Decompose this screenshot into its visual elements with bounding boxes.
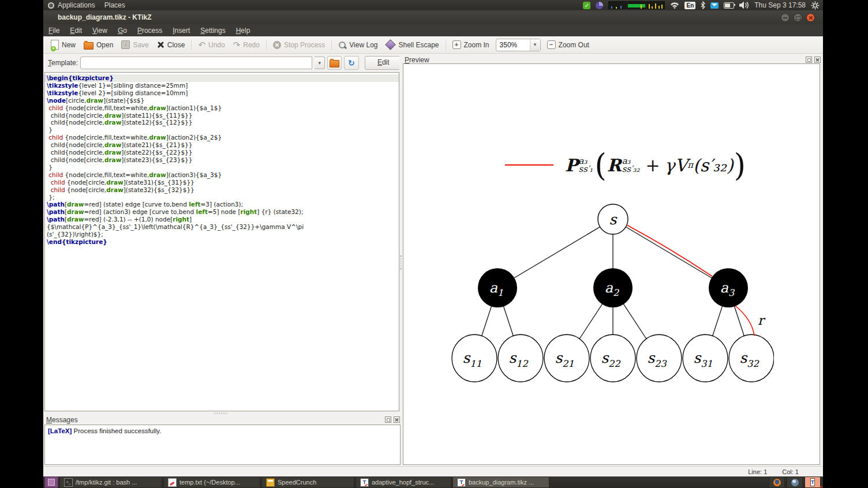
menu-help[interactable]: Help [231,27,256,35]
menu-settings[interactable]: Settings [195,27,230,35]
distributor-logo-icon [48,2,54,9]
messages-dock: Messages [LaTeX] Process finished succes… [43,415,402,466]
messages-log[interactable]: [LaTeX] Process finished successfully. [44,425,401,465]
desktop-screen: Applications Places ✓ En [43,0,823,488]
reload-icon: ↻ [348,58,355,67]
browse-folder-icon [330,60,339,67]
clock[interactable]: Thu Sep 3 17:58 [754,1,806,9]
show-desktop-button[interactable] [44,476,58,488]
firefox-tray-button[interactable] [769,476,785,488]
menu-view[interactable]: View [87,27,113,35]
calculator-icon [266,478,275,487]
zoom-out-button[interactable]: − Zoom Out [543,39,593,51]
task-adaptive-hopf[interactable]: T adaptive_hopf_struc... [356,476,451,488]
open-button[interactable]: Open [80,39,117,51]
reward-label: r [758,313,766,328]
task-backup-diagram[interactable]: T backup_diagram.tikz ... [452,476,549,488]
code-editor[interactable]: \begin{tikzpicture}\tikzstyle{level 1}=[… [44,72,399,411]
taskbar: >_ /tmp/ktikz.git : bash ... temp.txt (~… [43,476,823,488]
bluetooth-icon[interactable] [701,1,705,9]
redo-button: ↷ Redo [229,39,264,51]
view-log-button[interactable]: View Log [334,39,381,51]
red-edge-a3-s32 [735,306,754,336]
task-text-editor[interactable]: temp.txt (~/Desktop... [163,476,260,488]
template-combobox[interactable] [80,57,312,69]
zoom-dropdown-arrow[interactable]: ▼ [530,39,540,51]
template-row: Template: ▼ ↻ Edit [43,54,402,72]
stop-process-button: Stop Process [269,39,329,51]
menu-edit[interactable]: Edit [65,27,87,35]
ktikz-icon: T [810,478,815,486]
shell-escape-button[interactable]: Shell Escape [381,39,443,51]
window-titlebar[interactable]: backup_diagram.tikz - KTikZ [43,10,823,24]
session-gear-icon[interactable] [811,1,820,10]
new-button[interactable]: + New [47,38,80,51]
latex-formula: Pa₃ss′₁ ( Ra₃ss′₃₂ + γVπ (s′₃₂) ) [505,153,746,177]
menu-go[interactable]: Go [113,27,132,35]
battery-icon[interactable] [724,2,734,9]
template-dropdown-arrow[interactable]: ▼ [315,57,325,69]
ktikz-icon: T [360,478,369,487]
zoom-level-combobox[interactable]: 350% ▼ [496,39,541,51]
ktikz-tray-button[interactable]: T [805,476,821,488]
main-toolbar: + New Open ↓ Save Close ↶ Undo ↷ Redo St… [43,36,823,54]
code-area[interactable]: \begin{tikzpicture}\tikzstyle{level 1}=[… [45,73,399,246]
task-terminal[interactable]: >_ /tmp/ktikz.git : bash ... [59,476,162,488]
template-reload-button[interactable]: ↻ [344,56,358,70]
red-line-sample [505,164,553,166]
preview-close-icon[interactable] [814,57,821,63]
zoom-level-value[interactable]: 350% [496,41,530,49]
minimize-button[interactable] [781,13,790,22]
undo-icon: ↶ [198,41,205,49]
mail-indicator-icon[interactable] [710,2,719,9]
task-speedcrunch[interactable]: SpeedCrunch [261,476,354,488]
globe-icon [791,479,799,486]
volume-icon[interactable] [739,1,749,9]
time-tracker-icon[interactable] [596,2,603,9]
ktikz-icon: T [457,478,466,487]
close-file-button[interactable]: Close [153,39,189,51]
updates-ok-icon[interactable]: ✓ [583,2,590,9]
places-menu[interactable]: Places [100,0,130,10]
zoom-in-icon: + [452,40,461,49]
menubar: File Edit View Go Process Insert Setting… [43,24,823,36]
window-title: backup_diagram.tikz - KTikZ [43,13,152,21]
preview-float-icon[interactable] [806,57,812,63]
log-text: Process finished successfully. [72,427,161,434]
menu-insert[interactable]: Insert [167,27,195,35]
open-folder-icon [84,42,93,50]
messages-close-icon[interactable] [394,416,400,423]
save-icon: ↓ [121,40,130,49]
redo-icon: ↷ [233,41,241,49]
log-tag: [LaTeX] [48,427,72,434]
applications-menu[interactable]: Applications [43,0,100,10]
template-edit-button[interactable]: Edit [365,56,402,70]
menu-file[interactable]: File [43,27,65,35]
keyboard-layout-indicator[interactable]: En [684,2,695,9]
menu-process[interactable]: Process [132,27,167,35]
maximize-button[interactable] [794,13,802,22]
zoom-out-icon: − [547,40,556,49]
messages-float-icon[interactable] [385,416,391,423]
template-label: Template: [48,59,78,67]
close-file-icon [157,41,164,48]
new-document-icon: + [51,40,59,50]
preview-canvas[interactable]: Pa₃ss′₁ ( Ra₃ss′₃₂ + γVπ (s′₃₂) ) [403,63,820,465]
tikz-preview-diagram: s a1 a2 a3 s11 s12 s21 s22 s23 s31 s32 r [439,197,774,387]
text-editor-icon [168,478,177,487]
undo-button: ↶ Undo [194,39,229,51]
applications-menu-label: Applications [58,1,95,9]
globe-tray-button[interactable] [787,476,803,488]
view-log-icon [338,41,346,49]
svg-text:s: s [609,211,618,228]
messages-title: Messages [46,416,78,424]
zoom-in-button[interactable]: + Zoom In [448,39,493,51]
firefox-icon [773,479,781,486]
save-button: ↓ Save [117,39,152,51]
system-monitor-applet[interactable] [608,1,665,9]
preview-dock: Preview Pa₃ss′₁ ( Ra₃ss′₃₂ + γVπ (s′₃₂) … [402,54,823,466]
template-browse-button[interactable] [327,56,342,70]
wifi-icon[interactable] [670,2,679,9]
close-window-button[interactable] [806,13,815,22]
statusbar-line: Line: 1 [748,468,767,475]
